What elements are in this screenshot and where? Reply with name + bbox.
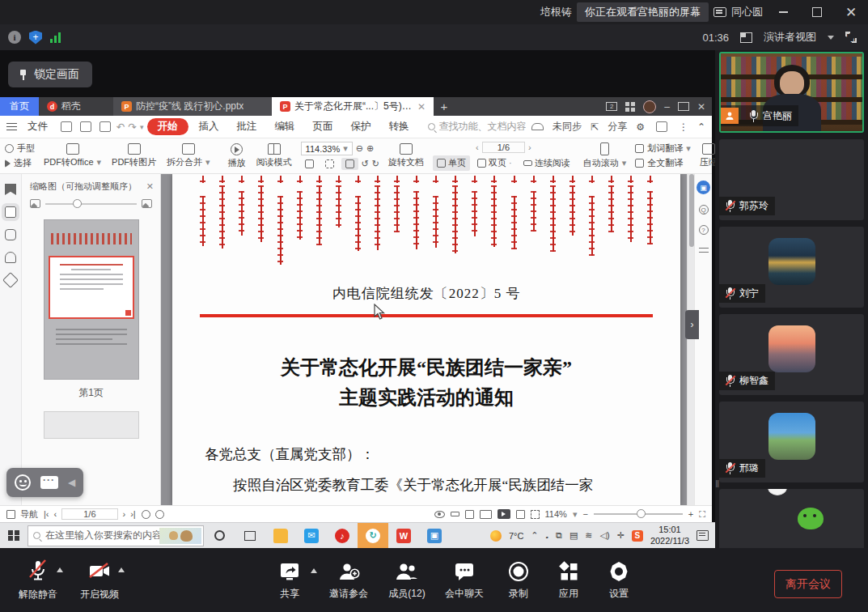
collapse-ribbon-icon[interactable]: ⌃ — [697, 121, 705, 133]
mail-button[interactable]: ✉ — [296, 523, 327, 549]
file-explorer-button[interactable] — [265, 523, 296, 549]
page-thumbnail-2[interactable] — [44, 411, 139, 439]
rotate-left-icon[interactable]: ↺ — [362, 159, 369, 169]
hand-tool-button[interactable]: 手型 — [5, 142, 35, 155]
select-tool-button[interactable]: 选择 — [5, 157, 35, 169]
eye-protect-icon[interactable] — [434, 511, 445, 518]
feedback-floater[interactable]: ◀ — [6, 468, 83, 497]
menu-file[interactable]: 文件 — [20, 120, 55, 134]
netease-music-button[interactable]: ♪ — [327, 523, 358, 549]
quickbar-caret-icon[interactable]: ▾ — [140, 123, 144, 131]
menu-comment[interactable]: 批注 — [230, 120, 265, 134]
integration-mode-icon[interactable]: 2 — [606, 102, 617, 111]
tray-battery-icon[interactable]: ▤ — [569, 530, 578, 541]
wps-minimize-icon[interactable]: – — [664, 101, 670, 113]
open-icon[interactable] — [61, 121, 72, 132]
slideshow-icon[interactable] — [498, 509, 510, 519]
document-area[interactable]: 内电信院组统发〔2022〕5 号 关于常态化开展“民族团结一家亲” 主题实践活动… — [161, 174, 687, 505]
help-icon[interactable]: ? — [699, 225, 709, 235]
redo-icon[interactable]: ↷ — [128, 121, 136, 133]
view-mode-caret-icon[interactable] — [828, 36, 834, 40]
thumb-size-small-icon[interactable] — [30, 199, 40, 208]
apps-button[interactable]: 应用 — [544, 560, 594, 601]
auto-scroll-button[interactable]: 自动滚动▾ — [582, 142, 629, 169]
thumb-size-slider[interactable] — [45, 203, 137, 205]
wps-close-icon[interactable]: ✕ — [697, 101, 705, 113]
split-merge-button[interactable]: 拆分合并▾ — [165, 143, 212, 168]
tray-expand-icon[interactable]: ⌃ — [531, 530, 538, 541]
participant-tile-guosuling[interactable]: 郭苏玲 — [719, 139, 864, 220]
fit-width-button[interactable] — [321, 158, 338, 170]
sogou-input-icon[interactable]: S — [632, 530, 643, 542]
chat-button[interactable]: 会中聊天 — [435, 560, 493, 601]
menu-convert[interactable]: 转换 — [382, 120, 417, 134]
feedback-bubble-icon[interactable] — [40, 476, 58, 489]
tray-mic-icon[interactable]: 𝅘 — [546, 530, 548, 541]
menu-start[interactable]: 开始 — [147, 118, 188, 135]
minimize-button[interactable] — [766, 0, 800, 24]
share-options-caret[interactable] — [311, 568, 317, 573]
action-center-icon[interactable] — [697, 530, 709, 541]
last-page-icon[interactable]: ›| — [130, 509, 136, 519]
attachment-panel-icon[interactable] — [5, 252, 16, 263]
page-thumbnail-1[interactable] — [44, 219, 139, 380]
stamp-panel-icon[interactable] — [2, 272, 19, 288]
zoom-plus-icon[interactable]: + — [688, 509, 693, 519]
zoom-value-box[interactable]: 114.33%▾ — [301, 142, 353, 155]
read-mode-button[interactable]: 阅读模式 — [255, 143, 294, 168]
start-button[interactable] — [0, 523, 28, 549]
status-fullscreen-icon[interactable]: ⛶ — [699, 509, 705, 520]
thumbnail-panel-close-icon[interactable]: ✕ — [146, 181, 154, 192]
start-video-button[interactable]: 开启视频 — [73, 559, 126, 601]
taskbar-search-box[interactable]: 在这里输入你要搜索的内容 — [28, 525, 204, 546]
pdf-to-office-button[interactable]: PDF转Office▾ — [42, 143, 103, 168]
hamburger-icon[interactable] — [6, 123, 17, 130]
rotate-doc-button[interactable]: 旋转文档 — [387, 143, 426, 168]
menu-protect[interactable]: 保护 — [344, 120, 379, 134]
zoom-minus-icon[interactable]: − — [582, 509, 587, 519]
assistant-icon[interactable]: ▣ — [697, 181, 710, 194]
forward-jump-icon[interactable] — [155, 510, 164, 519]
undo-icon[interactable]: ↶ — [116, 121, 125, 133]
wps-account-avatar[interactable] — [643, 100, 656, 113]
meeting-info-icon[interactable]: i — [8, 31, 21, 44]
share-arrow-icon[interactable]: ⇱ — [591, 121, 599, 133]
participant-tile-liuzhixin[interactable]: 柳智鑫 — [719, 314, 864, 395]
wps-restore-icon[interactable] — [678, 102, 689, 111]
rotate-right-icon[interactable]: ↻ — [372, 159, 379, 169]
prev-page-icon-status[interactable]: ‹ — [54, 509, 57, 519]
print-icon[interactable] — [100, 121, 111, 132]
participant-tile-liuning[interactable]: 刘宁 — [719, 227, 864, 308]
tab-close-icon[interactable]: ✕ — [417, 101, 426, 113]
more-menu-icon[interactable]: ⋮ — [679, 121, 688, 133]
tab-docer[interactable]: d 稻壳 — [39, 97, 113, 116]
play-button[interactable]: 播放 — [227, 143, 248, 169]
first-page-icon[interactable]: |‹ — [44, 509, 49, 519]
weather-icon[interactable] — [490, 530, 502, 542]
cortana-button[interactable] — [204, 523, 235, 549]
tray-input-icon[interactable]: ✛ — [617, 530, 625, 541]
tab-pdf-document-active[interactable]: P 关于常态化开展“...〕5号) .pdf ✕ — [272, 97, 434, 116]
meeting-app-button[interactable]: ↻ — [358, 523, 388, 549]
zoom-in-icon[interactable]: ⊕ — [366, 143, 374, 154]
members-button[interactable]: 成员(12) — [379, 560, 435, 601]
smiley-icon[interactable] — [15, 474, 31, 491]
fullscreen-icon[interactable]: ⌜⌟ — [845, 32, 857, 43]
status-zoom-value[interactable]: 114% — [545, 509, 567, 519]
fit-page-button[interactable] — [341, 158, 358, 170]
task-view-button[interactable] — [235, 523, 265, 549]
security-shield-icon[interactable]: + — [29, 31, 42, 45]
view-mode-label[interactable]: 演讲者视图 — [764, 30, 816, 45]
leave-meeting-button[interactable]: 离开会议 — [774, 570, 842, 598]
continuous-read-button[interactable]: 连续阅读 — [519, 155, 574, 171]
pdf-to-image-button[interactable]: PDF转图片 — [110, 143, 158, 168]
tab-grid-icon[interactable] — [625, 102, 635, 112]
back-jump-icon[interactable] — [142, 510, 150, 519]
taskbar-clock[interactable]: 15:01 2022/11/3 — [650, 525, 689, 547]
comment-bubble-icon[interactable] — [656, 121, 667, 132]
sidebar-drag-handle[interactable]: ‖ — [715, 478, 720, 490]
search-highlight-image[interactable] — [159, 528, 201, 544]
cloud-sync-icon[interactable] — [531, 123, 544, 130]
unmute-button[interactable]: 解除静音 — [11, 559, 65, 601]
continuous-mode-icon[interactable] — [451, 512, 459, 516]
